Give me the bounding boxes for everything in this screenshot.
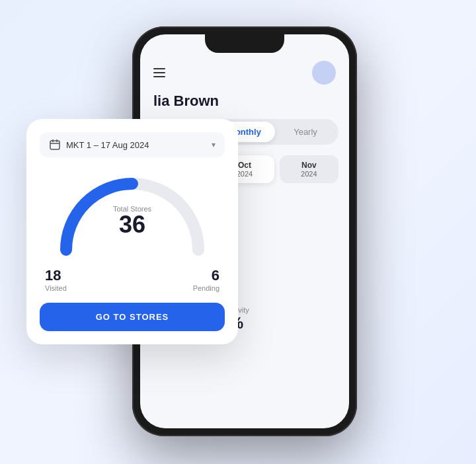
bottom-stat-visited: 18 Visited — [45, 267, 67, 292]
hamburger-line-2 — [153, 72, 165, 73]
svg-rect-2 — [50, 141, 60, 149]
chevron-down-icon: ▾ — [212, 140, 216, 149]
front-card: MKT 1 – 17 Aug 2024 ▾ Total Stores 36 18… — [26, 119, 238, 344]
month-nov[interactable]: Nov 2024 — [280, 155, 338, 183]
pending-label-card: Pending — [193, 284, 219, 292]
phone-header — [151, 61, 338, 85]
visited-count: 18 — [45, 267, 67, 284]
phone-notch — [205, 34, 284, 53]
calendar-icon — [49, 139, 61, 151]
gauge-center-text: Total Stores 36 — [113, 205, 151, 237]
bottom-stats: 18 Visited 6 Pending — [40, 267, 225, 292]
hamburger-line-1 — [153, 68, 165, 69]
dropdown-row[interactable]: MKT 1 – 17 Aug 2024 ▾ — [40, 132, 225, 157]
visited-label-card: Visited — [45, 284, 67, 292]
go-to-stores-button[interactable]: GO TO STORES — [40, 303, 225, 331]
hamburger-icon[interactable] — [153, 68, 165, 77]
hamburger-line-3 — [153, 76, 165, 77]
avatar[interactable] — [312, 61, 336, 85]
dropdown-left: MKT 1 – 17 Aug 2024 — [49, 139, 149, 151]
dropdown-label: MKT 1 – 17 Aug 2024 — [66, 140, 149, 150]
bottom-stat-pending: 6 Pending — [193, 267, 219, 292]
user-name: lia Brown — [151, 93, 338, 110]
month-nov-year: 2024 — [284, 170, 335, 178]
gauge-container: Total Stores 36 — [40, 171, 225, 256]
period-option-yearly[interactable]: Yearly — [275, 122, 336, 142]
gauge-total-value: 36 — [113, 213, 151, 237]
month-nov-name: Nov — [284, 161, 335, 170]
pending-count: 6 — [193, 267, 219, 284]
